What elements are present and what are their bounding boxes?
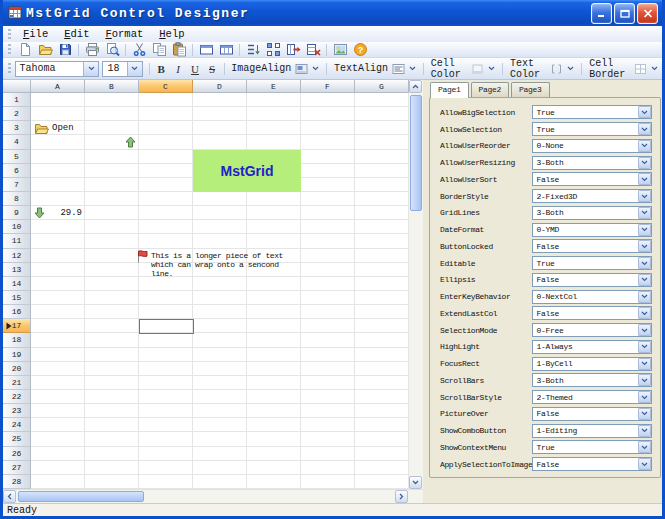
grid-cell-b4[interactable] <box>85 135 139 149</box>
row-header-24[interactable]: 24 <box>3 418 31 432</box>
grid-row-cells[interactable] <box>31 277 409 291</box>
row-header-14[interactable]: 14 <box>3 277 31 291</box>
picture-button[interactable] <box>330 42 350 57</box>
grid-row-cells[interactable] <box>31 348 409 362</box>
row-header-7[interactable]: 7 <box>3 178 31 192</box>
scroll-down-button[interactable] <box>409 476 422 489</box>
spreadsheet-grid[interactable]: ABCDEFG123456789101112131415161718192021… <box>3 80 423 503</box>
grid-row-cells[interactable] <box>31 376 409 390</box>
scroll-right-button[interactable] <box>395 490 408 503</box>
property-dropdown-allowuserreorder[interactable]: 0-None <box>532 139 652 153</box>
cut-button[interactable] <box>129 42 149 57</box>
note-cell[interactable]: This is a longer piece of text which can… <box>136 250 314 279</box>
horizontal-scrollbar[interactable] <box>3 489 423 503</box>
maximize-button[interactable] <box>614 3 635 24</box>
tab-page3[interactable]: Page3 <box>511 82 550 97</box>
column-header-c[interactable]: C <box>139 80 193 93</box>
dropdown-arrow-icon[interactable] <box>638 274 651 286</box>
tab-page2[interactable]: Page2 <box>471 82 510 97</box>
property-dropdown-borderstyle[interactable]: 2-Fixed3D <box>532 189 652 203</box>
row-header-25[interactable]: 25 <box>3 432 31 446</box>
grid-cell-a3[interactable]: Open <box>31 121 85 135</box>
cell-color-dropdown[interactable]: Cell Color <box>427 60 499 77</box>
grid-row-cells[interactable] <box>31 333 409 347</box>
delete-row-button[interactable] <box>303 42 323 57</box>
row-header-20[interactable]: 20 <box>3 362 31 376</box>
row-header-26[interactable]: 26 <box>3 447 31 461</box>
save-button[interactable] <box>55 42 75 57</box>
row-header-21[interactable]: 21 <box>3 376 31 390</box>
row-header-16[interactable]: 16 <box>3 305 31 319</box>
row-header-8[interactable]: 8 <box>3 192 31 206</box>
delete-column-button[interactable] <box>283 42 303 57</box>
dropdown-arrow-icon[interactable] <box>638 408 651 420</box>
dropdown-arrow-icon[interactable] <box>638 190 651 202</box>
print-preview-button[interactable] <box>102 42 122 57</box>
property-dropdown-highlight[interactable]: 1-Always <box>532 340 652 354</box>
new-document-button[interactable] <box>15 42 35 57</box>
dropdown-arrow-icon[interactable] <box>638 123 651 135</box>
dropdown-arrow-icon[interactable] <box>638 291 651 303</box>
menu-item-format[interactable]: Format <box>97 27 151 42</box>
scroll-left-button[interactable] <box>3 490 16 503</box>
row-header-27[interactable]: 27 <box>3 461 31 475</box>
dropdown-arrow-icon[interactable] <box>638 307 651 319</box>
dropdown-arrow-icon[interactable] <box>638 140 651 152</box>
copy-button[interactable] <box>149 42 169 57</box>
column-header-e[interactable]: E <box>247 80 301 93</box>
horizontal-scroll-thumb[interactable] <box>18 491 144 502</box>
dropdown-arrow-icon[interactable] <box>638 458 651 470</box>
grid-row-cells[interactable] <box>31 390 409 404</box>
property-dropdown-allowbigselection[interactable]: True <box>532 105 652 119</box>
dropdown-arrow-icon[interactable] <box>638 106 651 118</box>
dropdown-arrow-icon[interactable] <box>638 324 651 336</box>
imagealign-dropdown[interactable]: ImageAlign <box>227 60 323 77</box>
grid-row-cells[interactable] <box>31 461 409 475</box>
font-size-combo[interactable]: 18 <box>102 61 142 77</box>
text-color-dropdown[interactable]: Text Color <box>506 60 578 77</box>
property-dropdown-dateformat[interactable]: 0-YMD <box>532 223 652 237</box>
grid-row-cells[interactable] <box>31 475 409 489</box>
textalign-dropdown[interactable]: TextAlign <box>330 60 420 77</box>
grid-row-cells[interactable] <box>31 418 409 432</box>
grid-corner-cell[interactable] <box>3 80 31 93</box>
grid-row-cells[interactable] <box>31 362 409 376</box>
underline-button[interactable]: U <box>187 61 204 77</box>
scroll-up-button[interactable] <box>409 80 422 93</box>
grid-cell-a9[interactable]: 29.9 <box>31 206 85 220</box>
row-header-28[interactable]: 28 <box>3 475 31 489</box>
italic-button[interactable]: I <box>170 61 187 77</box>
dropdown-arrow-icon[interactable] <box>638 157 651 169</box>
property-dropdown-focusrect[interactable]: 1-ByCell <box>532 357 652 371</box>
property-dropdown-selectionmode[interactable]: 0-Free <box>532 323 652 337</box>
property-dropdown-scrollbarstyle[interactable]: 2-Themed <box>532 390 652 404</box>
row-header-19[interactable]: 19 <box>3 348 31 362</box>
merged-cell-mstgrid[interactable]: MstGrid <box>193 150 301 192</box>
property-dropdown-allowselection[interactable]: True <box>532 122 652 136</box>
merge-cells-button[interactable] <box>196 42 216 57</box>
menu-item-file[interactable]: File <box>15 27 56 42</box>
property-dropdown-ellipsis[interactable]: False <box>532 273 652 287</box>
bold-button[interactable]: B <box>153 61 170 77</box>
property-dropdown-allowusersort[interactable]: False <box>532 172 652 186</box>
tab-page1[interactable]: Page1 <box>430 82 469 98</box>
row-header-5[interactable]: 5 <box>3 150 31 164</box>
row-header-22[interactable]: 22 <box>3 390 31 404</box>
dropdown-arrow-icon[interactable] <box>638 391 651 403</box>
property-dropdown-extendlastcol[interactable]: False <box>532 306 652 320</box>
vertical-scrollbar[interactable] <box>409 80 423 489</box>
column-header-d[interactable]: D <box>193 80 247 93</box>
column-header-b[interactable]: B <box>85 80 139 93</box>
grid-row-cells[interactable] <box>31 121 409 135</box>
grid-row-cells[interactable] <box>31 291 409 305</box>
row-header-17[interactable]: 17 <box>3 319 31 333</box>
row-header-18[interactable]: 18 <box>3 333 31 347</box>
close-button[interactable] <box>637 3 658 24</box>
dropdown-arrow-icon[interactable] <box>638 173 651 185</box>
row-header-11[interactable]: 11 <box>3 234 31 248</box>
minimize-button[interactable] <box>591 3 612 24</box>
column-header-a[interactable]: A <box>31 80 85 93</box>
grid-row-cells[interactable] <box>31 192 409 206</box>
grid-row-cells[interactable] <box>31 234 409 248</box>
row-header-9[interactable]: 9 <box>3 206 31 220</box>
